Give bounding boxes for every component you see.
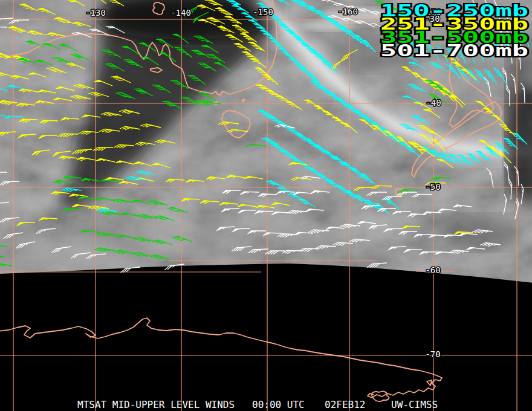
longitude-label--150: -150 bbox=[253, 7, 273, 17]
legend-item-501-700mb: 501-700mb bbox=[380, 41, 528, 60]
longitude-label--160: -160 bbox=[337, 7, 358, 16]
caption-time: 00:00 UTC bbox=[252, 398, 305, 411]
caption-date: 02FEB12 bbox=[325, 398, 365, 411]
latitude-label--60: -60 bbox=[425, 265, 440, 275]
satellite-wind-view: -130-140-150-160-170-30-40-50-60-70 150-… bbox=[0, 0, 532, 411]
earth-limb-space-layer bbox=[0, 264, 532, 411]
bright-wisp-2 bbox=[302, 20, 357, 31]
dark-smudge-lowright bbox=[438, 216, 523, 250]
latitude-label--70: -70 bbox=[425, 349, 440, 359]
latitude-label--40: -40 bbox=[426, 98, 441, 108]
longitude-label--130: -130 bbox=[85, 8, 106, 18]
satellite-map: -130-140-150-160-170-30-40-50-60-70 150-… bbox=[0, 0, 532, 411]
caption-bar: MTSAT MID-UPPER LEVEL WINDS 00:00 UTC 02… bbox=[0, 398, 532, 411]
pressure-level-legend: 150-250mb 251-350mb 351-500mb 501-700mb bbox=[380, 1, 528, 60]
longitude-label--140: -140 bbox=[170, 8, 191, 18]
latitude-label--50: -50 bbox=[425, 182, 440, 192]
caption-credit: UW-CIMSS bbox=[391, 398, 438, 411]
space-beyond-limb bbox=[0, 264, 532, 411]
caption-product: MTSAT MID-UPPER LEVEL WINDS bbox=[77, 398, 235, 411]
